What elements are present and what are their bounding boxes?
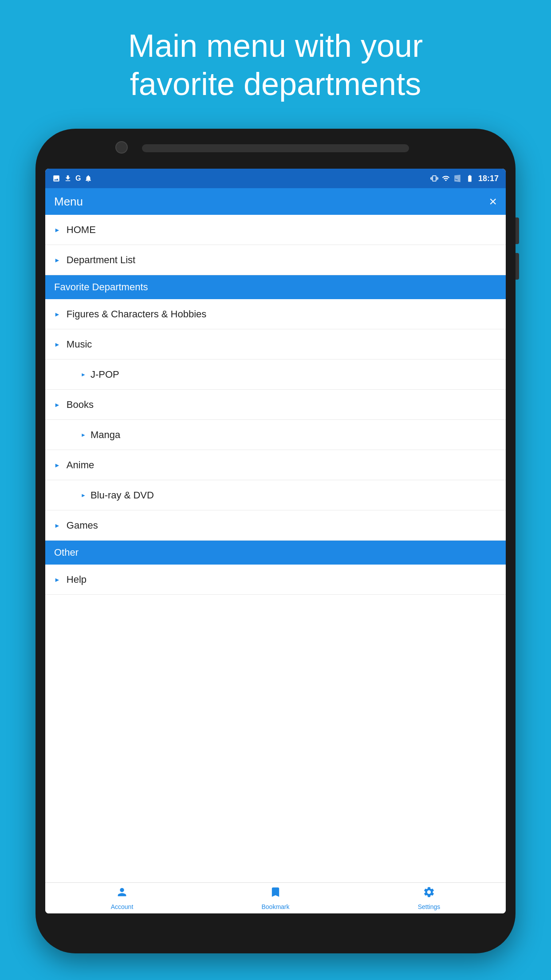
menu-item-label: Manga bbox=[91, 429, 120, 441]
menu-item-label: Anime bbox=[67, 459, 94, 471]
wifi-icon bbox=[442, 174, 450, 182]
volume-button bbox=[516, 217, 519, 244]
nav-item-bookmark[interactable]: Bookmark bbox=[199, 886, 352, 910]
menu-item-label: HOME bbox=[67, 224, 96, 236]
menu-item-books[interactable]: ►Books bbox=[45, 390, 506, 420]
chevron-right-icon: ► bbox=[54, 462, 60, 469]
image-icon bbox=[52, 174, 60, 182]
volume-button-2 bbox=[516, 253, 519, 280]
menu-item-label: Blu-ray & DVD bbox=[91, 490, 154, 501]
phone-screen: G 18:17 Menu × ►HOME►Department L bbox=[45, 169, 506, 913]
bottom-nav: AccountBookmarkSettings bbox=[45, 882, 506, 913]
chevron-right-icon: ► bbox=[54, 576, 60, 583]
menu-item-department-list[interactable]: ►Department List bbox=[45, 245, 506, 275]
menu-content: ►HOME►Department ListFavorite Department… bbox=[45, 215, 506, 882]
menu-item-label: Music bbox=[67, 339, 92, 350]
google-icon: G bbox=[75, 174, 81, 182]
settings-icon bbox=[423, 886, 435, 901]
section-header-label: Favorite Departments bbox=[54, 281, 148, 293]
app-bar-title: Menu bbox=[54, 195, 83, 209]
status-icons-left: G bbox=[52, 174, 92, 182]
status-icons-right: 18:17 bbox=[430, 174, 499, 183]
app-bar: Menu × bbox=[45, 188, 506, 215]
menu-item-figures-characters-hobbies[interactable]: ►Figures & Characters & Hobbies bbox=[45, 299, 506, 329]
section-header-other: Other bbox=[45, 541, 506, 565]
chevron-right-icon: ► bbox=[54, 522, 60, 529]
menu-item-music[interactable]: ►Music bbox=[45, 329, 506, 360]
menu-item-manga[interactable]: ►Manga bbox=[45, 420, 506, 450]
menu-item-help[interactable]: ►Help bbox=[45, 565, 506, 595]
notification-icon bbox=[84, 174, 92, 182]
battery-icon bbox=[465, 174, 475, 182]
phone-speaker bbox=[142, 144, 409, 152]
bookmark-icon bbox=[269, 886, 282, 901]
chevron-right-icon: ► bbox=[81, 371, 86, 378]
chevron-right-icon: ► bbox=[81, 492, 86, 498]
menu-item-label: Games bbox=[67, 520, 98, 531]
menu-item-games[interactable]: ►Games bbox=[45, 510, 506, 541]
menu-item-label: Books bbox=[67, 399, 94, 411]
menu-item-label: J-POP bbox=[91, 369, 119, 380]
menu-item-label: Figures & Characters & Hobbies bbox=[67, 308, 206, 320]
nav-item-label: Settings bbox=[418, 903, 441, 910]
nav-item-label: Bookmark bbox=[261, 903, 289, 910]
menu-item-j-pop[interactable]: ►J-POP bbox=[45, 360, 506, 390]
chevron-right-icon: ► bbox=[54, 311, 60, 318]
status-time: 18:17 bbox=[478, 174, 499, 183]
vibrate-icon bbox=[430, 174, 438, 182]
chevron-right-icon: ► bbox=[54, 226, 60, 233]
phone-frame: G 18:17 Menu × ►HOME►Department L bbox=[35, 129, 516, 953]
menu-item-blu-ray-dvd[interactable]: ►Blu-ray & DVD bbox=[45, 480, 506, 510]
download-icon bbox=[64, 174, 72, 182]
close-button[interactable]: × bbox=[489, 195, 497, 208]
menu-item-home[interactable]: ►HOME bbox=[45, 215, 506, 245]
nav-item-settings[interactable]: Settings bbox=[352, 886, 506, 910]
chevron-right-icon: ► bbox=[54, 257, 60, 264]
status-bar: G 18:17 bbox=[45, 169, 506, 188]
nav-item-label: Account bbox=[111, 903, 134, 910]
nav-item-account[interactable]: Account bbox=[45, 886, 199, 910]
section-header-favorite-departments: Favorite Departments bbox=[45, 275, 506, 299]
chevron-right-icon: ► bbox=[81, 432, 86, 438]
signal-icon bbox=[453, 174, 461, 182]
section-header-label: Other bbox=[54, 547, 79, 558]
chevron-right-icon: ► bbox=[54, 341, 60, 348]
phone-camera bbox=[115, 141, 128, 154]
header-text: Main menu with your favorite departments bbox=[0, 27, 551, 103]
menu-item-anime[interactable]: ►Anime bbox=[45, 450, 506, 480]
chevron-right-icon: ► bbox=[54, 401, 60, 408]
menu-item-label: Department List bbox=[67, 254, 135, 266]
person-icon bbox=[116, 886, 128, 901]
menu-item-label: Help bbox=[67, 574, 87, 585]
